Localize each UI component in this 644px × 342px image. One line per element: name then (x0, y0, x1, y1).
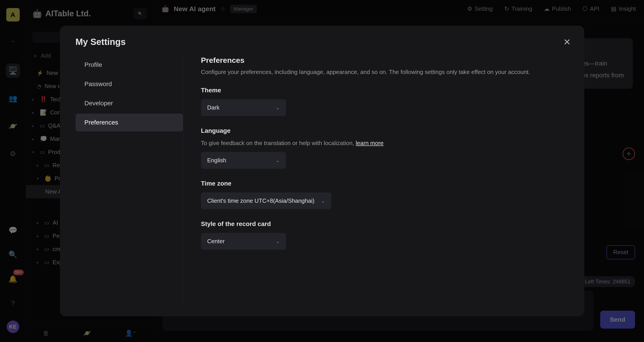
timezone-select[interactable]: Client's time zone UTC+8(Asia/Shanghai) … (201, 192, 332, 209)
language-desc-text: To give feedback on the translation or h… (201, 140, 356, 146)
record-card-select[interactable]: Center ⌄ (201, 233, 286, 250)
record-card-label: Style of the record card (201, 220, 569, 228)
close-icon: ✕ (563, 37, 571, 47)
timezone-value: Client's time zone UTC+8(Asia/Shanghai) (207, 198, 314, 204)
chevron-down-icon: ⌄ (321, 198, 325, 204)
settings-nav: Profile Password Developer Preferences (76, 56, 183, 305)
nav-developer[interactable]: Developer (76, 94, 183, 112)
language-label: Language (201, 127, 569, 134)
nav-preferences[interactable]: Preferences (76, 114, 183, 132)
preferences-description: Configure your preferences, including la… (201, 68, 569, 76)
close-button[interactable]: ✕ (563, 37, 571, 47)
theme-select[interactable]: Dark ⌄ (201, 99, 286, 116)
chevron-down-icon: ⌄ (276, 158, 280, 164)
language-value: English (207, 157, 226, 164)
record-card-value: Center (207, 238, 225, 245)
preferences-panel: Preferences Configure your preferences, … (183, 56, 569, 305)
modal-overlay[interactable]: ✕ My Settings Profile Password Developer… (0, 0, 644, 342)
chevron-down-icon: ⌄ (276, 105, 280, 111)
language-select[interactable]: English ⌄ (201, 152, 286, 169)
nav-profile[interactable]: Profile (76, 56, 183, 74)
preferences-heading: Preferences (201, 56, 569, 64)
modal-title: My Settings (76, 37, 569, 47)
learn-more-link[interactable]: learn more (356, 140, 384, 146)
theme-value: Dark (207, 104, 220, 111)
settings-modal: ✕ My Settings Profile Password Developer… (60, 26, 584, 316)
language-description: To give feedback on the translation or h… (201, 140, 569, 147)
theme-label: Theme (201, 87, 569, 94)
nav-password[interactable]: Password (76, 75, 183, 93)
timezone-label: Time zone (201, 180, 569, 187)
chevron-down-icon: ⌄ (276, 238, 280, 244)
